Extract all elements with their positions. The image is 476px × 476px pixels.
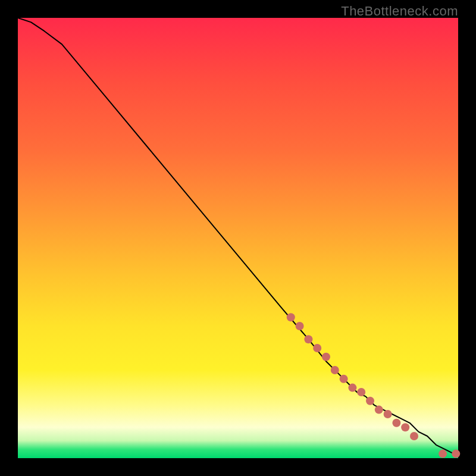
data-point-marker xyxy=(452,450,460,458)
data-point-marker xyxy=(392,419,400,427)
data-point-marker xyxy=(384,410,392,418)
chart-overlay xyxy=(18,18,458,458)
data-point-marker xyxy=(340,375,348,383)
data-point-marker xyxy=(287,313,295,321)
watermark-text: TheBottleneck.com xyxy=(341,4,458,19)
data-point-marker xyxy=(348,384,356,392)
data-point-marker xyxy=(313,344,321,352)
data-point-marker xyxy=(410,432,418,440)
bottleneck-curve xyxy=(18,18,458,454)
data-point-marker xyxy=(439,450,447,458)
data-point-marker xyxy=(401,423,409,431)
data-point-marker xyxy=(366,397,374,405)
data-point-marker xyxy=(375,406,383,414)
data-markers xyxy=(287,313,461,458)
data-point-marker xyxy=(322,353,330,361)
data-point-marker xyxy=(357,388,365,396)
data-point-marker xyxy=(296,322,304,330)
data-point-marker xyxy=(331,366,339,374)
plot-area xyxy=(18,18,458,458)
chart-frame: TheBottleneck.com xyxy=(0,0,476,476)
data-point-marker xyxy=(304,335,312,343)
